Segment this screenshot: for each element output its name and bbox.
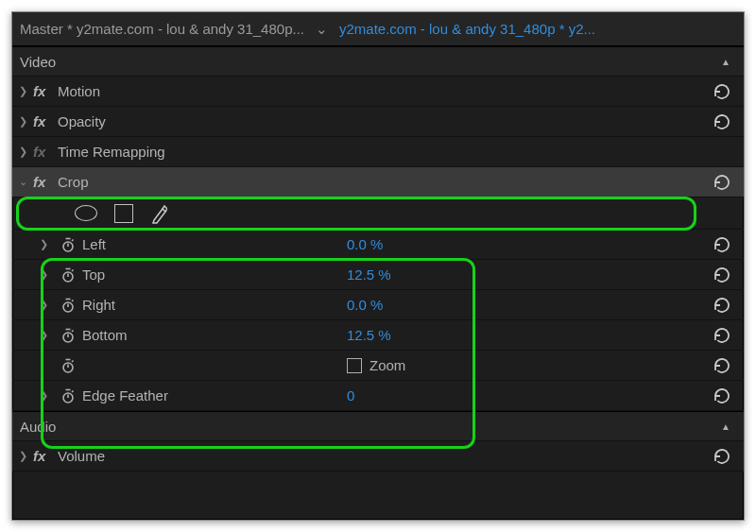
chevron-right-icon: ❯: [12, 450, 33, 462]
param-zoom-label: Zoom: [369, 357, 405, 373]
effect-crop-label: Crop: [58, 174, 744, 190]
reset-button[interactable]: [712, 81, 732, 102]
fx-badge-icon: fx: [33, 144, 58, 160]
reset-button[interactable]: [712, 386, 732, 406]
param-left-value[interactable]: 0.0 %: [347, 236, 460, 252]
fx-badge-icon: fx: [33, 113, 58, 129]
param-left: ❯ Left 0.0 %: [12, 230, 744, 260]
section-audio-label: Audio: [20, 419, 56, 435]
rectangle-mask-button[interactable]: [114, 204, 133, 223]
effect-motion-label: Motion: [58, 83, 744, 99]
tab-bar: Master * y2mate.com - lou & andy 31_480p…: [12, 12, 744, 46]
svg-line-3: [72, 239, 74, 241]
chevron-right-icon: ❯: [12, 146, 33, 158]
pen-mask-button[interactable]: [150, 203, 167, 224]
tab-master[interactable]: Master * y2mate.com - lou & andy 31_480p…: [20, 21, 304, 37]
param-top: ❯ Top 12.5 %: [12, 260, 744, 290]
reset-button[interactable]: [712, 295, 732, 316]
chevron-right-icon[interactable]: ❯: [12, 268, 54, 281]
effect-timeremap-label: Time Remapping: [58, 144, 744, 160]
collapse-up-icon[interactable]: ▲: [721, 421, 730, 432]
effect-volume-label: Volume: [58, 448, 744, 464]
effect-motion[interactable]: ❯ fx Motion: [12, 77, 744, 107]
effects-panel: Master * y2mate.com - lou & andy 31_480p…: [11, 11, 745, 521]
chevron-right-icon[interactable]: ❯: [12, 238, 54, 250]
section-video[interactable]: Video ▲: [12, 46, 744, 77]
svg-line-23: [72, 390, 74, 392]
reset-button[interactable]: [712, 355, 732, 376]
effect-crop[interactable]: ⌄ fx Crop: [12, 167, 744, 197]
reset-button[interactable]: [712, 325, 732, 346]
chevron-right-icon[interactable]: ❯: [12, 329, 54, 341]
param-bottom: ❯ Bottom 12.5 %: [12, 320, 744, 351]
param-top-label: Top: [82, 266, 347, 283]
stopwatch-icon[interactable]: [54, 297, 82, 314]
stopwatch-icon[interactable]: [54, 327, 82, 344]
section-audio[interactable]: Audio ▲: [12, 411, 744, 441]
tab-source[interactable]: y2mate.com - lou & andy 31_480p * y2...: [339, 21, 595, 37]
effect-time-remapping[interactable]: ❯ fx Time Remapping: [12, 137, 744, 167]
tab-dropdown-icon[interactable]: ⌄: [312, 19, 332, 40]
stopwatch-icon[interactable]: [54, 266, 82, 283]
chevron-right-icon: ❯: [12, 115, 33, 128]
param-bottom-label: Bottom: [82, 327, 347, 343]
chevron-down-icon: ⌄: [12, 176, 33, 188]
stopwatch-icon[interactable]: [54, 236, 82, 253]
effect-opacity-label: Opacity: [58, 113, 744, 129]
reset-button[interactable]: [712, 265, 732, 285]
reset-button[interactable]: [712, 112, 732, 132]
ellipse-mask-button[interactable]: [75, 205, 97, 221]
param-bottom-value[interactable]: 12.5 %: [347, 327, 460, 343]
effect-volume[interactable]: ❯ fx Volume: [12, 441, 744, 472]
param-zoom: ❯ Zoom: [12, 351, 744, 381]
reset-button[interactable]: [712, 172, 732, 193]
chevron-right-icon: ❯: [12, 85, 33, 97]
stopwatch-icon[interactable]: [54, 357, 82, 374]
mask-shape-row: [12, 197, 744, 230]
stopwatch-icon[interactable]: [54, 387, 82, 404]
param-edge-feather: ❯ Edge Feather 0: [12, 381, 744, 411]
svg-line-19: [72, 360, 74, 362]
param-left-label: Left: [82, 236, 347, 252]
param-right-value[interactable]: 0.0 %: [347, 297, 460, 313]
svg-line-11: [72, 300, 74, 301]
svg-line-15: [72, 330, 74, 332]
reset-button[interactable]: [712, 446, 732, 467]
effect-opacity[interactable]: ❯ fx Opacity: [12, 107, 744, 137]
param-top-value[interactable]: 12.5 %: [347, 266, 460, 283]
collapse-up-icon[interactable]: ▲: [721, 57, 730, 67]
param-feather-label: Edge Feather: [82, 387, 347, 403]
fx-badge-icon: fx: [33, 174, 58, 190]
param-right-label: Right: [82, 297, 347, 313]
param-right: ❯ Right 0.0 %: [12, 290, 744, 320]
zoom-checkbox[interactable]: [347, 358, 362, 373]
fx-badge-icon: fx: [33, 83, 58, 99]
chevron-right-icon[interactable]: ❯: [12, 389, 54, 402]
svg-line-7: [72, 269, 74, 271]
section-video-label: Video: [20, 54, 56, 70]
fx-badge-icon: fx: [33, 448, 58, 464]
chevron-right-icon[interactable]: ❯: [12, 299, 54, 311]
reset-button[interactable]: [712, 234, 732, 255]
param-feather-value[interactable]: 0: [347, 387, 460, 403]
